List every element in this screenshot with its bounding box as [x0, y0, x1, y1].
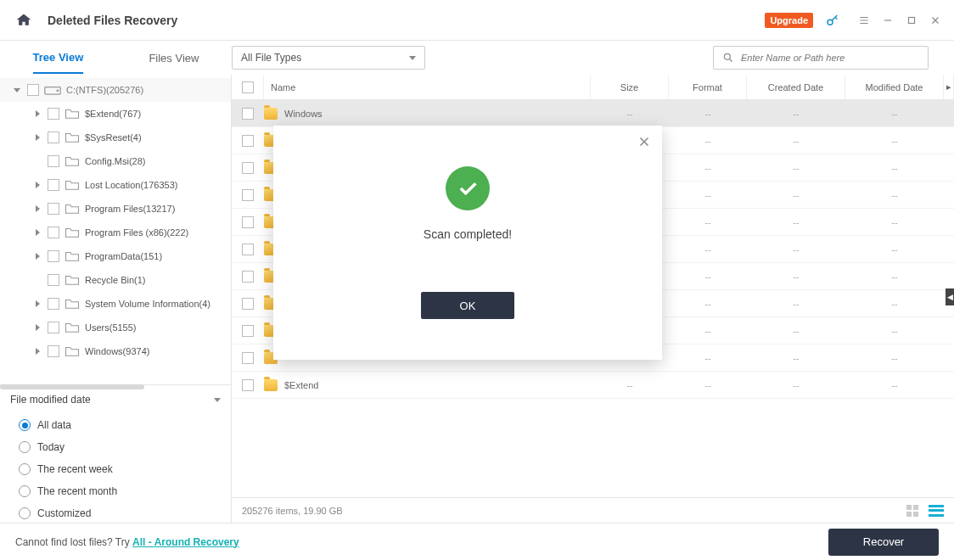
tree-item[interactable]: System Volume Information(4): [0, 292, 231, 316]
cell-modified: --: [845, 380, 944, 390]
recover-button[interactable]: Recover: [828, 529, 939, 556]
row-checkbox[interactable]: [242, 352, 254, 364]
tree-checkbox[interactable]: [48, 179, 59, 191]
success-check-icon: [446, 166, 490, 210]
tree-item[interactable]: ProgramData(151): [0, 244, 231, 268]
tree-checkbox[interactable]: [48, 345, 59, 357]
row-checkbox[interactable]: [242, 244, 254, 255]
close-window-icon[interactable]: [923, 8, 947, 32]
column-header-name[interactable]: Name: [264, 75, 591, 99]
select-all-checkbox[interactable]: [242, 81, 254, 93]
tree-checkbox[interactable]: [48, 274, 59, 286]
cell-format: --: [669, 244, 747, 255]
tree-checkbox[interactable]: [27, 84, 39, 96]
key-icon[interactable]: [825, 13, 840, 28]
tree-checkbox[interactable]: [48, 250, 59, 262]
tree-checkbox[interactable]: [48, 108, 59, 120]
svg-point-4: [57, 90, 59, 92]
row-checkbox[interactable]: [242, 108, 254, 120]
tree-checkbox[interactable]: [48, 203, 59, 215]
radio-icon: [19, 441, 31, 453]
status-text: 205276 items, 19.90 GB: [242, 506, 343, 516]
radio-option[interactable]: Customized: [10, 502, 221, 524]
row-checkbox[interactable]: [242, 271, 254, 283]
table-row[interactable]: Windows--------: [232, 100, 954, 127]
tree-item[interactable]: Config.Msi(28): [0, 149, 231, 173]
svg-point-2: [724, 53, 730, 59]
folder-icon: [264, 108, 278, 120]
folder-icon: [65, 250, 80, 262]
row-checkbox[interactable]: [242, 162, 254, 174]
tree-checkbox[interactable]: [48, 322, 59, 333]
tab-tree-view[interactable]: Tree View: [33, 42, 84, 74]
tree-item[interactable]: Windows(9374): [0, 339, 231, 363]
radio-option[interactable]: Today: [10, 436, 221, 458]
row-checkbox[interactable]: [242, 135, 254, 147]
collapse-panel-icon[interactable]: ◀: [946, 288, 954, 305]
folder-icon: [65, 179, 80, 191]
cell-created: --: [747, 109, 845, 119]
tree-checkbox[interactable]: [48, 155, 59, 167]
row-checkbox[interactable]: [242, 325, 254, 337]
cell-format: --: [669, 109, 747, 119]
file-type-filter[interactable]: All File Types: [232, 46, 425, 70]
file-name: Windows: [284, 109, 323, 119]
cell-modified: --: [845, 109, 944, 119]
scan-complete-dialog: Scan completed! OK: [273, 126, 662, 360]
radio-option[interactable]: The recent month: [10, 480, 221, 502]
row-checkbox[interactable]: [242, 379, 254, 391]
cell-created: --: [747, 217, 845, 227]
ok-button[interactable]: OK: [421, 292, 514, 319]
search-box[interactable]: [713, 46, 929, 70]
tree-checkbox[interactable]: [48, 298, 59, 310]
cell-created: --: [747, 353, 845, 363]
upgrade-button[interactable]: Upgrade: [765, 13, 813, 28]
tree-checkbox[interactable]: [48, 132, 59, 143]
list-view-icon[interactable]: [929, 505, 944, 517]
tree-item[interactable]: Program Files (x86)(222): [0, 221, 231, 244]
cell-created: --: [747, 299, 845, 309]
chevron-down-icon[interactable]: [214, 398, 221, 402]
cell-format: --: [669, 217, 747, 227]
column-header-size[interactable]: Size: [591, 75, 669, 99]
column-header-format[interactable]: Format: [669, 75, 747, 99]
tree-item[interactable]: $Extend(767): [0, 102, 231, 126]
close-dialog-icon[interactable]: [637, 134, 652, 149]
minimize-icon[interactable]: [876, 8, 900, 32]
radio-option[interactable]: All data: [10, 414, 221, 436]
column-scroll-right-icon[interactable]: ▸: [944, 75, 954, 99]
row-checkbox[interactable]: [242, 216, 254, 228]
tree-item[interactable]: Lost Location(176353): [0, 173, 231, 197]
home-icon[interactable]: [15, 12, 32, 29]
grid-view-icon[interactable]: [906, 505, 922, 517]
cell-size: --: [591, 380, 669, 390]
cell-modified: --: [845, 353, 944, 363]
folder-icon: [264, 379, 278, 391]
radio-option[interactable]: The recent week: [10, 458, 221, 480]
folder-icon: [65, 203, 80, 215]
row-checkbox[interactable]: [242, 189, 254, 201]
tab-files-view[interactable]: Files View: [149, 43, 199, 73]
tree-item[interactable]: Program Files(13217): [0, 197, 231, 221]
row-checkbox[interactable]: [242, 298, 254, 310]
table-row[interactable]: $Extend--------: [232, 372, 954, 399]
tree-item[interactable]: $SysReset(4): [0, 126, 231, 149]
cell-modified: --: [845, 272, 944, 282]
search-input[interactable]: [741, 53, 919, 63]
tree-item[interactable]: Users(5155): [0, 316, 231, 339]
cell-created: --: [747, 136, 845, 146]
tree-checkbox[interactable]: [48, 227, 59, 238]
column-header-modified[interactable]: Modified Date: [845, 75, 944, 99]
all-around-recovery-link[interactable]: All - Around Recovery: [132, 536, 239, 548]
cell-modified: --: [845, 326, 944, 336]
radio-icon: [19, 463, 31, 475]
tree-item[interactable]: Recycle Bin(1): [0, 268, 231, 292]
maximize-icon[interactable]: [900, 8, 923, 32]
menu-icon[interactable]: [852, 8, 876, 32]
folder-icon: [65, 322, 80, 333]
column-header-created[interactable]: Created Date: [747, 75, 845, 99]
cell-format: --: [669, 163, 747, 173]
filter-panel-title: File modified date: [10, 394, 91, 406]
tree-root[interactable]: C:(NTFS)(205276): [0, 78, 231, 102]
cell-created: --: [747, 244, 845, 255]
